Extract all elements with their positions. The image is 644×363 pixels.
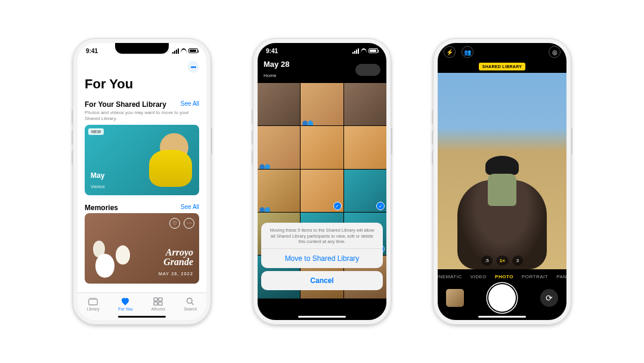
photo-item[interactable]: ✓ xyxy=(301,170,343,212)
tab-library[interactable]: Library xyxy=(87,297,100,311)
battery-icon xyxy=(188,48,198,53)
shared-section-subtitle: Photos and videos you may want to move t… xyxy=(78,110,206,125)
wifi-icon xyxy=(181,48,187,53)
move-to-shared-button[interactable]: Move to Shared Library xyxy=(261,248,383,268)
shared-library-badge: SHARED LIBRARY xyxy=(479,63,526,70)
last-photo-thumbnail[interactable] xyxy=(446,289,464,307)
shutter-button[interactable] xyxy=(488,284,516,312)
zoom-controls: .5 1× 3 xyxy=(481,256,523,266)
photo-item[interactable] xyxy=(344,83,386,125)
photo-item[interactable] xyxy=(258,83,300,125)
memory-title-line1: Arroyo xyxy=(159,248,193,257)
people-icon: 👥 xyxy=(302,118,310,124)
zoom-3x[interactable]: 3 xyxy=(512,256,523,266)
battery-icon xyxy=(369,48,378,53)
cancel-button[interactable]: Cancel xyxy=(261,271,383,290)
card-title: May xyxy=(91,171,105,180)
memory-title-line2: Grande xyxy=(159,257,193,267)
action-sheet: Moving these 5 items to the Shared Libra… xyxy=(261,223,383,290)
photo-item[interactable]: 👥 xyxy=(301,83,343,125)
mode-photo[interactable]: PHOTO xyxy=(495,274,513,279)
home-indicator[interactable] xyxy=(478,316,526,318)
people-icon: 👥 xyxy=(259,205,267,211)
tab-label: For You xyxy=(118,307,132,311)
svg-rect-3 xyxy=(159,298,162,301)
iphone-mockup-2: 9:41 May 28 Home 👥 👥 👥 ✓ ✓ ✓ xyxy=(253,38,391,325)
page-title: For You xyxy=(78,76,206,97)
signal-icon xyxy=(172,48,179,54)
home-indicator[interactable] xyxy=(118,316,166,318)
tab-label: Library xyxy=(87,307,100,311)
date-title: May 28 xyxy=(264,60,289,69)
camera-bottom-bar: ⟳ xyxy=(438,282,566,320)
svg-rect-1 xyxy=(90,298,97,299)
zoom-0.5x[interactable]: .5 xyxy=(481,256,493,266)
tab-albums[interactable]: Albums xyxy=(151,297,165,311)
svg-rect-0 xyxy=(89,299,97,305)
flash-icon[interactable]: ⚡ xyxy=(444,46,456,58)
shared-section-title: For Your Shared Library xyxy=(85,100,166,109)
tab-label: Albums xyxy=(151,307,165,311)
status-time: 9:41 xyxy=(86,48,98,54)
mode-pano[interactable]: PANO xyxy=(556,274,566,279)
notch xyxy=(475,43,529,54)
more-button[interactable]: ••• xyxy=(187,61,199,73)
new-badge: NEW xyxy=(88,128,104,135)
shared-library-toggle-icon[interactable]: 👥 xyxy=(462,46,473,58)
photo-item[interactable]: ✓ xyxy=(344,170,386,212)
tab-label: Search xyxy=(184,307,197,311)
notch xyxy=(115,43,169,54)
shared-library-card[interactable]: NEW May Venice xyxy=(85,125,199,195)
photo-item[interactable]: 👥 xyxy=(258,126,300,168)
memories-see-all[interactable]: See All xyxy=(181,204,199,210)
live-photo-icon[interactable]: ◎ xyxy=(549,46,561,58)
search-icon xyxy=(185,297,196,306)
sheet-message: Moving these 5 items to the Shared Libra… xyxy=(261,223,383,248)
photo-item[interactable] xyxy=(301,126,343,168)
library-icon xyxy=(88,297,98,306)
svg-rect-2 xyxy=(154,298,157,301)
photo-item[interactable]: 👥 xyxy=(258,170,300,212)
zoom-1x[interactable]: 1× xyxy=(496,256,509,266)
tab-foryou[interactable]: For You xyxy=(118,297,132,311)
mode-video[interactable]: VIDEO xyxy=(470,274,487,279)
card-subtitle: Venice xyxy=(91,184,105,189)
signal-icon xyxy=(352,48,359,54)
svg-point-6 xyxy=(187,299,193,304)
memories-section-title: Memories xyxy=(85,204,118,212)
wifi-icon xyxy=(361,48,367,53)
mode-cinematic[interactable]: CINEMATIC xyxy=(438,274,462,279)
status-time: 9:41 xyxy=(266,48,278,54)
svg-rect-5 xyxy=(159,302,162,305)
more-icon[interactable]: ⋯ xyxy=(184,218,194,229)
checkmark-icon: ✓ xyxy=(333,202,342,210)
home-indicator[interactable] xyxy=(298,316,346,318)
camera-flip-button[interactable]: ⟳ xyxy=(540,289,558,307)
camera-screen: ⚡ 👥 ⌃ ◎ SHARED LIBRARY .5 1× 3 CINEMATIC… xyxy=(438,43,566,320)
notch xyxy=(295,43,349,54)
photo-content xyxy=(95,254,114,278)
foryou-icon xyxy=(120,297,131,306)
subject-person xyxy=(482,156,522,222)
shared-see-all[interactable]: See All xyxy=(181,100,199,107)
svg-line-7 xyxy=(192,303,194,304)
iphone-mockup-1: 9:41 ••• For You For Your Shared Library… xyxy=(73,38,211,325)
memory-card[interactable]: ♡ ⋯ Arroyo Grande MAY 28, 2022 xyxy=(85,213,199,284)
camera-mode-selector[interactable]: CINEMATIC VIDEO PHOTO PORTRAIT PANO xyxy=(438,269,566,282)
albums-icon xyxy=(153,297,163,306)
mode-portrait[interactable]: PORTRAIT xyxy=(522,274,548,279)
photo-item[interactable] xyxy=(344,126,386,168)
checkmark-icon: ✓ xyxy=(376,202,385,210)
location-subtitle: Home xyxy=(264,73,276,78)
memory-date: MAY 28, 2022 xyxy=(159,272,193,276)
photo-subject xyxy=(132,133,188,187)
photos-select-screen: 9:41 May 28 Home 👥 👥 👥 ✓ ✓ ✓ xyxy=(258,43,386,320)
photos-foryou-screen: 9:41 ••• For You For Your Shared Library… xyxy=(78,43,206,320)
iphone-mockup-3: ⚡ 👥 ⌃ ◎ SHARED LIBRARY .5 1× 3 CINEMATIC… xyxy=(433,38,571,325)
select-pill[interactable] xyxy=(355,64,380,76)
favorite-icon[interactable]: ♡ xyxy=(169,218,180,229)
people-icon: 👥 xyxy=(259,162,267,168)
camera-viewfinder[interactable]: .5 1× 3 xyxy=(438,73,566,269)
svg-rect-4 xyxy=(154,302,157,305)
tab-search[interactable]: Search xyxy=(184,297,197,311)
